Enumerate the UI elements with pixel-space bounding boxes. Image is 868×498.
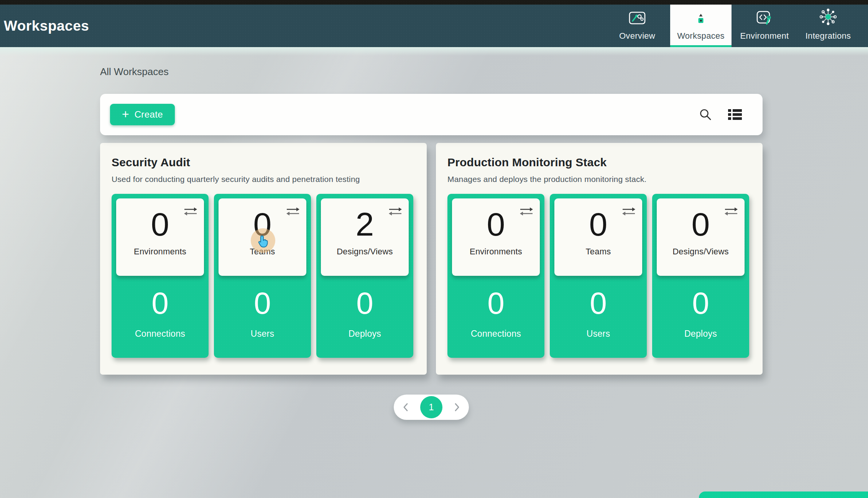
workspace-cards: Security Audit Used for conducting quart… xyxy=(100,143,763,375)
plus-icon: + xyxy=(122,108,129,120)
workspace-title: Security Audit xyxy=(112,156,415,169)
stat-tile-top: 0 Designs/Views xyxy=(657,198,745,276)
environment-icon xyxy=(756,8,773,26)
top-strip xyxy=(0,0,868,5)
stat-label: Teams xyxy=(554,247,642,257)
stat-label: Users xyxy=(550,329,647,339)
stat-tile-bottom: 0 Deploys xyxy=(316,276,413,358)
page-heading: All Workspaces xyxy=(100,66,169,78)
nav-tab-overview[interactable]: Overview xyxy=(607,5,668,47)
stat-value: 0 xyxy=(447,288,544,319)
nav-tab-environment[interactable]: Environment xyxy=(734,5,795,47)
stat-label: Users xyxy=(214,329,311,339)
stat-tile-top: 0 Environments xyxy=(452,198,540,276)
stat-tile-top: 0 Teams xyxy=(554,198,642,276)
stat-tile-top: 0 Teams xyxy=(219,198,306,276)
swap-arrows-icon[interactable] xyxy=(388,206,403,218)
workspace-description: Used for conducting quarterly security a… xyxy=(112,175,415,184)
stat-tile-teams[interactable]: 0 Teams 0 Users xyxy=(550,194,647,358)
next-page-button[interactable] xyxy=(452,401,462,413)
current-page[interactable]: 1 xyxy=(420,396,442,418)
nav-tab-workspaces[interactable]: Workspaces xyxy=(670,5,732,47)
stat-tile-environments[interactable]: 0 Environments 0 Connections xyxy=(112,194,209,358)
bottom-right-action-bar[interactable] xyxy=(699,491,868,498)
stat-value: 0 xyxy=(214,288,311,319)
create-button[interactable]: + Create xyxy=(110,104,175,125)
stat-tile-top: 2 Designs/Views xyxy=(321,198,409,276)
toolbar-icons xyxy=(699,108,753,121)
workspace-card-security-audit: Security Audit Used for conducting quart… xyxy=(100,143,427,375)
stat-tile-teams[interactable]: 0 Teams 0 Users xyxy=(214,194,311,358)
stat-label: Teams xyxy=(219,247,306,257)
header-fade xyxy=(0,47,868,56)
stat-label: Deploys xyxy=(652,329,749,339)
stat-tile-bottom: 0 Users xyxy=(214,276,311,358)
swap-arrows-icon[interactable] xyxy=(621,206,636,218)
workspace-title: Production Monitoring Stack xyxy=(447,156,751,169)
header-nav: Overview Workspaces xyxy=(607,5,859,47)
integrations-icon xyxy=(819,8,837,26)
stat-label: Designs/Views xyxy=(657,247,745,257)
stat-tile-environments[interactable]: 0 Environments 0 Connections xyxy=(447,194,544,358)
nav-tab-label: Workspaces xyxy=(677,31,725,41)
swap-arrows-icon[interactable] xyxy=(519,206,534,218)
nav-tab-integrations[interactable]: Integrations xyxy=(797,5,859,47)
nav-tab-label: Environment xyxy=(740,31,789,41)
search-icon[interactable] xyxy=(699,108,712,121)
stat-value: 0 xyxy=(112,288,209,319)
stat-tile-bottom: 0 Users xyxy=(550,276,647,358)
stat-value: 0 xyxy=(316,288,413,319)
workspace-description: Manages and deploys the production monit… xyxy=(447,175,751,184)
stat-label: Environments xyxy=(452,247,540,257)
create-button-label: Create xyxy=(135,109,163,120)
swap-arrows-icon[interactable] xyxy=(286,206,300,218)
stat-value: 0 xyxy=(550,288,647,319)
stat-tile-bottom: 0 Connections xyxy=(447,276,544,358)
nav-tab-label: Integrations xyxy=(806,31,851,41)
stat-tile-designs-views[interactable]: 0 Designs/Views 0 Deploys xyxy=(652,194,749,358)
stat-label: Deploys xyxy=(316,329,413,339)
stat-tile-designs-views[interactable]: 2 Designs/Views 0 Deploys xyxy=(316,194,413,358)
stat-label: Connections xyxy=(447,329,544,339)
stat-label: Designs/Views xyxy=(321,247,409,257)
app-header: Workspaces Overview xyxy=(0,5,868,47)
stat-tiles: 0 Environments 0 Connections xyxy=(447,194,751,358)
pagination: 1 xyxy=(394,395,469,420)
nav-tab-label: Overview xyxy=(619,31,655,41)
stat-tile-bottom: 0 Deploys xyxy=(652,276,749,358)
app-title: Workspaces xyxy=(0,18,89,34)
workspace-card-production-monitoring: Production Monitoring Stack Manages and … xyxy=(436,143,763,375)
list-view-icon[interactable] xyxy=(728,109,742,120)
stat-tile-bottom: 0 Connections xyxy=(112,276,209,358)
workspaces-app: Workspaces Overview xyxy=(0,0,868,498)
swap-arrows-icon[interactable] xyxy=(724,206,738,218)
workspaces-icon xyxy=(695,8,706,26)
stat-value: 0 xyxy=(652,288,749,319)
overview-icon xyxy=(628,8,646,26)
swap-arrows-icon[interactable] xyxy=(183,206,198,218)
stat-tiles: 0 Environments 0 Connections xyxy=(112,194,415,358)
stat-tile-top: 0 Environments xyxy=(116,198,204,276)
toolbar: + Create xyxy=(100,94,763,135)
stat-label: Environments xyxy=(116,247,204,257)
stat-label: Connections xyxy=(112,329,209,339)
prev-page-button[interactable] xyxy=(401,401,410,413)
